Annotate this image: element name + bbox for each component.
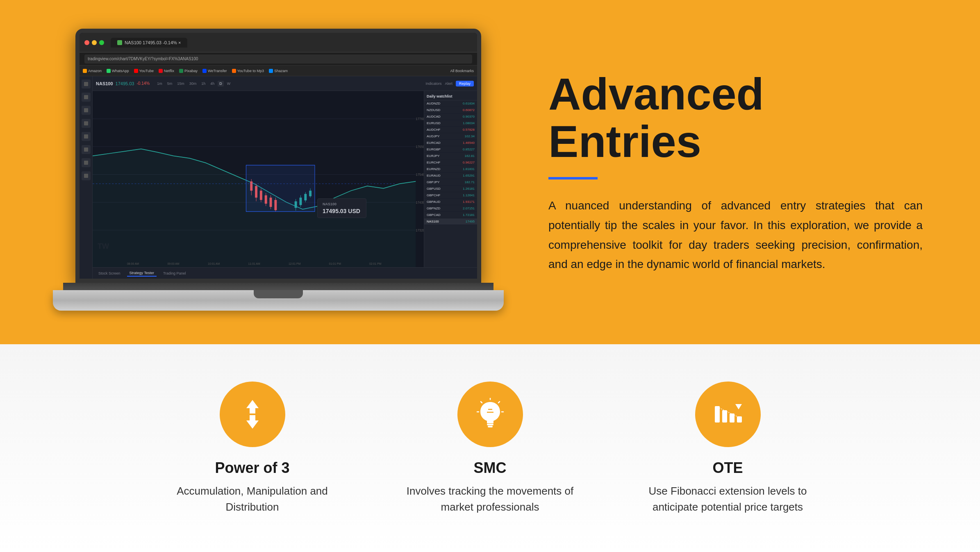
bookmark-youtube[interactable]: YouTube: [134, 69, 154, 73]
tv-tf-d[interactable]: D: [218, 81, 224, 86]
laptop-wrapper: NAS100 17495.03 -0.14% × tradingview.com…: [63, 29, 493, 316]
svg-text:09:00 AM: 09:00 AM: [168, 262, 180, 266]
svg-marker-40: [246, 415, 259, 429]
tv-tool-cursor[interactable]: [82, 80, 91, 89]
feature-card-power-of-3: Power of 3 Accumulation, Manipulation an…: [166, 382, 339, 515]
svg-rect-52: [730, 413, 734, 423]
watchlist-item-eurgbp: EURGBP 0.85227: [424, 146, 477, 153]
chart-down-icon: [712, 398, 744, 431]
tv-tf-30m[interactable]: 30m: [188, 81, 198, 86]
svg-text:17650: 17650: [416, 145, 424, 149]
main-container: NAS100 17495.03 -0.14% × tradingview.com…: [0, 0, 980, 552]
address-bar[interactable]: tradingview.com/chart/7DMVKyEY/?symbol=F…: [84, 55, 472, 64]
arrow-up-down-icon: [236, 398, 269, 431]
tv-tf-1m[interactable]: 1m: [155, 81, 164, 86]
bookmark-icon-ytmp3: [232, 69, 236, 73]
tv-tool-crosshair[interactable]: [82, 93, 91, 102]
svg-text:08:00 AM: 08:00 AM: [127, 262, 139, 266]
feature-card-smc: SMC Involves tracking the movements of m…: [404, 382, 576, 515]
watchlist-item-nas100: NAS100 17495: [424, 218, 477, 225]
watchlist-item-audnzd: AUDNZD 0.61834: [424, 100, 477, 107]
feature-title-smc: SMC: [474, 459, 507, 477]
tv-tool-shapes[interactable]: [82, 145, 91, 154]
main-heading: Advanced Entries: [548, 70, 923, 165]
maximize-dot: [99, 40, 104, 45]
bookmark-icon-pixabay: [179, 69, 183, 73]
svg-text:17760: 17760: [416, 117, 424, 121]
bookmark-pixabay[interactable]: Pixabay: [179, 69, 198, 73]
feature-card-ote: OTE Use Fibonacci extension levels to an…: [642, 382, 814, 515]
svg-text:17320: 17320: [416, 228, 424, 232]
browser-dots: [84, 40, 104, 45]
tv-tf-4h[interactable]: 4h: [209, 81, 216, 86]
bookmark-amazon[interactable]: Amazon: [83, 69, 102, 73]
tv-tool-text[interactable]: [82, 132, 91, 141]
blue-divider: [548, 177, 598, 179]
bookmark-icon-whatsapp: [107, 69, 111, 73]
feature-desc-smc: Involves tracking the movements of marke…: [404, 483, 576, 515]
watchlist-item-eurcad: EURCAD 1.46540: [424, 140, 477, 146]
chart-area[interactable]: TW: [93, 91, 424, 267]
tv-price-change: -0.14%: [136, 81, 150, 86]
tv-tool-ruler[interactable]: [82, 158, 91, 167]
svg-rect-30: [246, 165, 315, 211]
feature-desc-ote: Use Fibonacci extension levels to antici…: [642, 483, 814, 515]
tv-tf-5m[interactable]: 5m: [166, 81, 174, 86]
browser-tab-label: NAS100 17495.03 -0.14% ×: [125, 40, 181, 45]
bookmark-netflix[interactable]: Netflix: [159, 69, 174, 73]
chart-svg: 17760 17650 17540 17430 17320: [93, 91, 424, 267]
svg-rect-53: [737, 416, 742, 423]
watchlist-item-eurjpy: EURJPY 162.81: [424, 153, 477, 159]
tv-tab-strategy-tester[interactable]: Strategy Tester: [127, 270, 157, 277]
watchlist-item-gbpchf: GBPCHF 1.12641: [424, 192, 477, 199]
tv-large-price-display: NAS100 17495.03 USD: [317, 198, 366, 218]
bookmark-yt-mp3[interactable]: YouTube to Mp3: [232, 69, 264, 73]
address-bar-url: tradingview.com/chart/7DMVKyEY/?symbol=F…: [88, 57, 198, 61]
bookmark-wetransfer[interactable]: WeTransfer: [202, 69, 227, 73]
laptop-hinge: [63, 283, 493, 291]
tv-tool-zoom[interactable]: [82, 171, 91, 180]
feature-title-power-of-3: Power of 3: [215, 459, 289, 477]
browser-tab[interactable]: NAS100 17495.03 -0.14% ×: [111, 38, 187, 48]
svg-marker-39: [246, 400, 259, 413]
tv-current-price: 17495.03: [116, 81, 134, 86]
bookmark-icon-netflix: [159, 69, 163, 73]
svg-text:10:01 AM: 10:01 AM: [208, 262, 220, 266]
browser-chrome: NAS100 17495.03 -0.14% ×: [80, 33, 477, 52]
tv-left-toolbar: [80, 76, 93, 279]
bottom-section: Power of 3 Accumulation, Manipulation an…: [0, 344, 980, 552]
tv-tf-15m[interactable]: 15m: [175, 81, 186, 86]
bookmark-shazam[interactable]: Shazam: [269, 69, 288, 73]
tv-tool-line[interactable]: [82, 106, 91, 115]
feature-icon-smc: [457, 382, 523, 447]
watchlist-item-gbpjpy: GBPJPY 182.71: [424, 179, 477, 186]
tv-tab-trading-panel[interactable]: Trading Panel: [161, 270, 189, 276]
bookmark-whatsapp[interactable]: WhatsApp: [107, 69, 129, 73]
laptop-notch: [254, 290, 303, 298]
tv-top-area: NAS100 17495.03 -0.14% 1m 5m 15m 30m 1h: [93, 76, 477, 279]
svg-text:01:01 PM: 01:01 PM: [329, 262, 341, 266]
tv-tf-1h[interactable]: 1h: [200, 81, 207, 86]
watchlist-item-eurnzd: EURNZD 1.81831: [424, 166, 477, 173]
address-bar-row: tradingview.com/chart/7DMVKyEY/?symbol=F…: [80, 52, 477, 66]
tv-main-area: TW: [93, 91, 477, 267]
svg-rect-43: [487, 424, 493, 425]
tv-tab-stock-screen[interactable]: Stock Screen: [96, 270, 123, 276]
close-dot: [84, 40, 89, 45]
tv-watermark: TW: [98, 242, 109, 251]
bookmark-icon-wetransfer: [202, 69, 207, 73]
tv-alerts-btn[interactable]: Alert: [445, 82, 452, 86]
bookmark-icon-youtube: [134, 69, 138, 73]
svg-line-46: [498, 402, 500, 403]
tv-timeframes: 1m 5m 15m 30m 1h 4h D W: [155, 81, 232, 86]
tv-replay-btn[interactable]: Replay: [456, 81, 474, 86]
tv-tf-w[interactable]: W: [225, 81, 232, 86]
watchlist-item-nzdusd: NZDUSD 0.60872: [424, 107, 477, 114]
minimize-dot: [92, 40, 97, 45]
bookmark-all[interactable]: All Bookmarks: [450, 69, 474, 73]
feature-desc-power-of-3: Accumulation, Manipulation and Distribut…: [166, 483, 339, 515]
tv-tool-fib[interactable]: [82, 119, 91, 128]
tv-indicators-btn[interactable]: Indicators: [425, 82, 441, 86]
feature-title-ote: OTE: [712, 459, 743, 477]
svg-rect-44: [488, 426, 493, 427]
